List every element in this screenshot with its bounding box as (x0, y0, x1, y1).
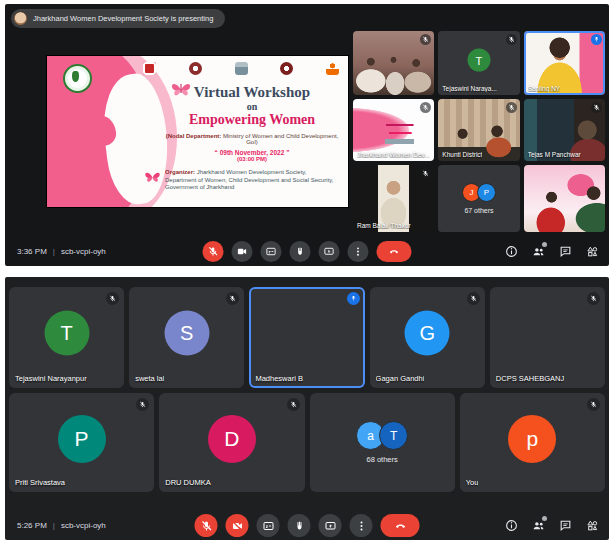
participant-tile[interactable]: S sweta lal (129, 287, 244, 388)
chat-icon (559, 519, 572, 532)
mic-muted-icon (467, 292, 480, 305)
meeting-meta: 5:26 PM | scb-vcpi-oyh (17, 521, 106, 530)
end-call-button[interactable] (377, 241, 412, 262)
others-count: 67 others (464, 207, 493, 214)
people-badge (542, 242, 547, 247)
meeting-meta: 3:36 PM | scb-vcpi-oyh (17, 247, 106, 256)
slide-title-line3: Empowering Women (165, 112, 339, 128)
participant-tile[interactable]: Sapling NY (524, 31, 605, 95)
avatar: p (508, 415, 556, 463)
camera-button[interactable] (232, 241, 253, 262)
camera-button[interactable] (226, 514, 249, 537)
info-button[interactable] (504, 519, 518, 533)
slide-text-block: Virtual Workshop on Empowering Women (No… (165, 84, 339, 192)
participant-tile[interactable]: Ram Balak Thakur (353, 165, 434, 232)
present-button[interactable] (319, 514, 342, 537)
mic-button[interactable] (195, 514, 218, 537)
others-summary: J P 67 others (438, 165, 519, 232)
captions-icon (266, 246, 277, 257)
captions-button[interactable] (257, 514, 280, 537)
avatar: D (208, 415, 256, 463)
control-bar-bottom: 5:26 PM | scb-vcpi-oyh (5, 511, 609, 540)
ministry-logo-icon (143, 62, 156, 75)
dept-logo-icon (235, 62, 248, 75)
participant-name: Tejaswini Naraya... (442, 85, 497, 92)
participant-tile[interactable]: G Gagan Gandhi (370, 287, 485, 388)
presentation-stage-tile[interactable]: Virtual Workshop on Empowering Women (No… (47, 56, 348, 207)
mic-off-icon (208, 246, 219, 257)
avatar: P (58, 415, 106, 463)
avatar: T (44, 311, 89, 356)
raise-hand-button[interactable] (288, 514, 311, 537)
pin-icon (591, 34, 602, 45)
slide-nodal-line: (Nodal Department: Ministry of Women and… (165, 133, 339, 145)
participant-tile[interactable]: D DRU DUMKA (159, 393, 304, 492)
participant-tile[interactable]: T Tejaswini Naraya... (438, 31, 519, 95)
participant-tile[interactable]: Khunti District (438, 99, 519, 161)
activities-icon (586, 519, 599, 532)
present-button[interactable] (319, 241, 340, 262)
end-call-icon (394, 520, 406, 532)
more-options-button[interactable] (350, 514, 373, 537)
chat-icon (559, 245, 572, 258)
participant-name: Khunti District (442, 151, 482, 158)
slide-title-line2: on (165, 101, 339, 112)
participant-tile[interactable]: Madheswari B (249, 287, 364, 388)
captions-button[interactable] (261, 241, 282, 262)
participant-name: Ram Balak Thakur (357, 222, 411, 229)
participant-tile[interactable]: T Tejaswini Narayanpur (9, 287, 124, 388)
more-options-icon (353, 246, 364, 257)
end-call-button[interactable] (381, 514, 420, 537)
mic-muted-icon (136, 398, 149, 411)
participant-tile[interactable]: DCPS SAHEBGANJ (490, 287, 605, 388)
seal-logo-icon (280, 62, 293, 75)
call-controls (203, 241, 412, 262)
participant-tile[interactable]: Tejas M Panchwar (524, 99, 605, 161)
screenshot-root: Jharkhand Women Development Society is p… (0, 0, 614, 548)
info-button[interactable] (504, 245, 518, 259)
mic-muted-icon (226, 292, 239, 305)
participant-grid-row1: T Tejaswini Narayanpur S sweta lal Madhe… (9, 287, 605, 388)
mic-off-icon (200, 520, 212, 532)
participant-tile[interactable]: P Priti Srivastava (9, 393, 154, 492)
mic-muted-icon (420, 168, 431, 179)
mic-button[interactable] (203, 241, 224, 262)
more-participants-tile[interactable]: a T 68 others (310, 393, 455, 492)
avatar: S (164, 311, 209, 356)
slide-date-line: “ 09th November, 2022 ” (165, 149, 339, 156)
mic-muted-icon (591, 102, 602, 113)
participant-name: DCPS SAHEBGANJ (496, 374, 564, 383)
people-button[interactable] (531, 245, 545, 259)
participant-name: Tejaswini Narayanpur (15, 374, 87, 383)
camera-icon (237, 246, 248, 257)
mic-muted-icon (587, 398, 600, 411)
slide-time-line: (03:00 PM) (165, 156, 339, 162)
icds-logo-icon (326, 62, 339, 75)
mic-muted-icon (506, 34, 517, 45)
mic-muted-icon (506, 102, 517, 113)
participant-name: Gagan Gandhi (376, 374, 425, 383)
chat-button[interactable] (558, 519, 572, 533)
participant-name: DRU DUMKA (165, 478, 210, 487)
participant-tile[interactable]: Jharkhand Women Dev... (353, 99, 434, 161)
present-icon (324, 520, 336, 532)
participant-tile[interactable] (524, 165, 605, 232)
avatar: T (379, 421, 408, 450)
more-participants-tile[interactable]: J P 67 others (438, 165, 519, 232)
participant-tile[interactable] (353, 31, 434, 95)
chat-button[interactable] (558, 245, 572, 259)
participant-name: Madheswari B (255, 374, 303, 383)
raise-hand-icon (295, 246, 306, 257)
activities-button[interactable] (585, 245, 599, 259)
raise-hand-button[interactable] (290, 241, 311, 262)
meeting-panel-icons (504, 519, 599, 533)
meeting-code: scb-vcpi-oyh (61, 247, 106, 256)
mic-muted-icon (587, 292, 600, 305)
more-options-button[interactable] (348, 241, 369, 262)
self-tile[interactable]: p You (460, 393, 605, 492)
activities-icon (586, 245, 599, 258)
activities-button[interactable] (585, 519, 599, 533)
people-button[interactable] (531, 519, 545, 533)
avatar: T (467, 49, 490, 72)
clock-time: 3:36 PM (17, 247, 47, 256)
